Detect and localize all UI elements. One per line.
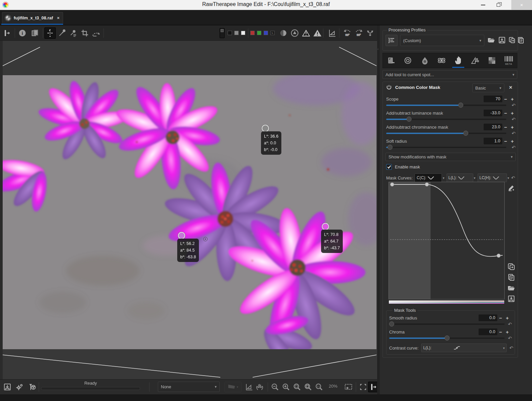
- swatch-red[interactable]: [250, 31, 255, 35]
- shadow-clipping-icon[interactable]: [278, 27, 289, 39]
- photo-preview[interactable]: [3, 75, 376, 349]
- background-color-selector[interactable]: [220, 28, 225, 38]
- paste-profile-icon[interactable]: [516, 36, 525, 44]
- profile-list-icon[interactable]: [385, 35, 397, 46]
- show-curve-info-icon[interactable]: [244, 382, 254, 392]
- chrominance-slider[interactable]: [386, 131, 506, 136]
- soft-radius-minus-button[interactable]: −: [502, 138, 509, 144]
- color-sample-1[interactable]: L*: 36.6a*: 0.0b*: -0.0: [262, 125, 281, 155]
- add-crop-window-icon[interactable]: [343, 382, 354, 392]
- smooth-radius-plus-button[interactable]: +: [504, 315, 511, 321]
- chrominance-plus-button[interactable]: +: [509, 124, 516, 130]
- luminance-slider[interactable]: [386, 117, 506, 122]
- luminance-minus-button[interactable]: −: [502, 110, 509, 116]
- soft-radius-plus-button[interactable]: +: [509, 138, 516, 144]
- swatch-black[interactable]: [228, 31, 232, 35]
- luminance-value[interactable]: -33.0: [484, 110, 502, 116]
- smooth-radius-slider[interactable]: [389, 321, 505, 327]
- image-canvas[interactable]: L*: 36.6a*: 0.0b*: -0.0 L*: 56.2a*: 84.5…: [0, 41, 377, 379]
- power-icon[interactable]: [386, 85, 392, 90]
- zoom-fit-icon[interactable]: [292, 382, 302, 392]
- save-image-icon[interactable]: [2, 382, 13, 392]
- warning-filled-icon[interactable]: [300, 27, 312, 39]
- zoom-fit-crop-icon[interactable]: [303, 382, 313, 392]
- chroma-plus-button[interactable]: +: [504, 329, 511, 335]
- scope-value[interactable]: 70: [484, 96, 502, 102]
- chroma-minus-button[interactable]: −: [497, 329, 504, 335]
- chrominance-value[interactable]: 23.0: [484, 124, 502, 130]
- tab-advanced[interactable]: [434, 53, 449, 68]
- scope-slider[interactable]: [386, 103, 506, 108]
- straighten-icon[interactable]: [90, 27, 102, 39]
- zoom-out-icon[interactable]: [270, 382, 280, 392]
- highlight-clipping-icon[interactable]: [289, 27, 300, 39]
- warning-outline-icon[interactable]: [312, 27, 323, 39]
- spot-marker[interactable]: [203, 237, 208, 241]
- ccm-complexity-select[interactable]: Basic ▾: [472, 84, 504, 92]
- scope-reset-icon[interactable]: ↶: [512, 103, 516, 108]
- tab-metadata[interactable]: META: [501, 53, 516, 68]
- chrominance-minus-button[interactable]: −: [502, 124, 509, 130]
- chroma-reset-icon[interactable]: ↶: [508, 336, 512, 341]
- smooth-radius-reset-icon[interactable]: ↶: [508, 321, 512, 327]
- sample-dot[interactable]: [178, 232, 185, 239]
- panel-splitter[interactable]: ‹: [377, 25, 380, 394]
- fullscreen-icon[interactable]: [358, 382, 368, 392]
- chevron-down-icon[interactable]: ▾: [474, 176, 476, 180]
- tab-close-icon[interactable]: ×: [57, 15, 60, 20]
- mask-curve-ll-combo[interactable]: L(L):: [447, 173, 473, 182]
- show-modifications-select[interactable]: Show modifications with mask ▾: [385, 153, 516, 161]
- swatch-luminance[interactable]: L: [270, 31, 275, 35]
- swatch-blue[interactable]: [264, 31, 268, 35]
- preview-profile-select[interactable]: None ▾: [158, 382, 220, 392]
- edit-point-icon[interactable]: [44, 27, 56, 39]
- mask-curve-lch-combo[interactable]: LC(H):: [478, 173, 507, 182]
- processing-settings-icon[interactable]: [14, 382, 25, 392]
- quick-edit-icon[interactable]: [27, 382, 37, 392]
- curve-copy-to-icon[interactable]: [507, 262, 516, 271]
- ccm-remove-icon[interactable]: ×: [509, 84, 512, 91]
- scope-plus-button[interactable]: +: [509, 96, 516, 102]
- crop-icon[interactable]: [79, 27, 90, 39]
- swatch-white[interactable]: [241, 31, 245, 35]
- flip-vertical-icon[interactable]: [364, 27, 376, 39]
- tab-local-adjustments[interactable]: [451, 53, 466, 68]
- enable-mask-row[interactable]: Enable mask: [386, 164, 420, 170]
- close-button[interactable]: ×: [511, 0, 532, 10]
- luminance-plus-button[interactable]: +: [509, 110, 516, 116]
- color-sample-3[interactable]: L*: 70.8a*: 64.7b*: -43.7: [322, 223, 343, 253]
- tab-raw[interactable]: [485, 53, 499, 68]
- profile-select[interactable]: (Custom) ▾: [400, 35, 484, 46]
- tab-transform[interactable]: [468, 53, 482, 68]
- white-balance-picker-icon[interactable]: [56, 27, 68, 39]
- color-sample-2[interactable]: L*: 56.2a*: 84.5b*: -63.8: [178, 232, 199, 262]
- load-profile-icon[interactable]: [487, 36, 496, 44]
- tab-exposure[interactable]: [384, 53, 398, 68]
- collapse-right-panel-icon[interactable]: ‹: [377, 47, 378, 51]
- collapse-panel-icon[interactable]: [1, 27, 13, 39]
- scope-minus-button[interactable]: −: [502, 96, 509, 102]
- chroma-value[interactable]: 0.0: [479, 328, 497, 335]
- rotate-left-icon[interactable]: 90°: [342, 27, 353, 39]
- rotate-right-icon[interactable]: 90°: [353, 27, 364, 39]
- mask-curve-cc-combo[interactable]: C(C):: [415, 173, 442, 182]
- smooth-radius-value[interactable]: 0.0: [479, 314, 497, 321]
- edit-curve-pencil-icon[interactable]: [507, 183, 516, 192]
- before-after-icon[interactable]: [29, 27, 41, 39]
- tab-color[interactable]: [418, 53, 432, 68]
- soft-radius-value[interactable]: 1.0: [484, 138, 502, 144]
- chrominance-reset-icon[interactable]: ↶: [512, 131, 516, 136]
- add-tool-select[interactable]: Add tool to current spot... ▾: [382, 70, 517, 79]
- chroma-slider[interactable]: [389, 336, 505, 341]
- mask-curve-editor[interactable]: [389, 182, 504, 299]
- zoom-100-icon[interactable]: 1:1: [314, 382, 324, 392]
- contrast-curve-reset-icon[interactable]: ↶: [509, 345, 513, 351]
- minimize-button[interactable]: [475, 0, 491, 10]
- mask-curves-reset-icon[interactable]: ↶: [511, 175, 515, 180]
- restore-button[interactable]: [491, 0, 506, 10]
- hand-tools-icon[interactable]: [255, 382, 265, 392]
- curve-paste-icon[interactable]: [507, 273, 516, 282]
- contrast-curve-combo[interactable]: L(L): ▾: [421, 344, 507, 352]
- straighten-preview-icon[interactable]: [326, 27, 338, 39]
- swatch-green[interactable]: [257, 31, 261, 35]
